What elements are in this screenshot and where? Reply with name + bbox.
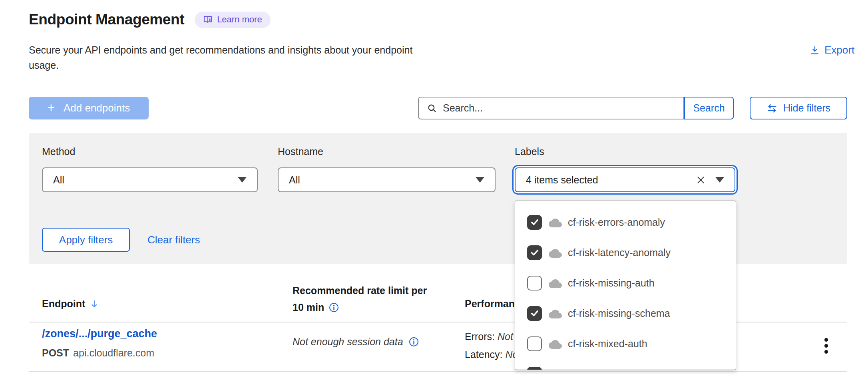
hostname-select-value: All	[289, 174, 300, 186]
apply-filters-button[interactable]: Apply filters	[42, 228, 130, 252]
page-title: Endpoint Management	[29, 11, 184, 28]
search-button[interactable]: Search	[684, 97, 734, 119]
label-cloud-icon	[549, 278, 562, 288]
label-option[interactable]: cf-risk-mixed-auth	[515, 328, 736, 359]
endpoint-link[interactable]: /zones/.../purge_cache	[42, 328, 157, 340]
info-icon[interactable]	[328, 302, 339, 313]
label-cloud-icon	[549, 308, 562, 318]
hostname-select[interactable]: All	[278, 167, 496, 192]
label-option-text: cf-risk-mixed-auth	[568, 338, 647, 350]
page-header: Endpoint Management Learn more	[29, 11, 271, 28]
label-option-text: cf-risk-missing-auth	[568, 277, 655, 289]
label-option[interactable]: cf-risk-missing-auth	[515, 268, 736, 298]
label-option-text: cf-risk-latency-anomaly	[568, 247, 671, 259]
label-cloud-icon	[549, 339, 562, 349]
rate-limit-header-line2: 10 min	[293, 299, 324, 316]
method-filter-label: Method	[42, 146, 75, 157]
rate-limit-value: Not enough session data	[293, 336, 403, 348]
search-field	[418, 97, 684, 119]
chevron-down-icon	[238, 177, 247, 183]
search-input[interactable]	[443, 102, 675, 114]
clear-selection-icon[interactable]	[696, 175, 706, 185]
learn-more-label: Learn more	[217, 14, 262, 25]
checkbox[interactable]	[527, 367, 542, 370]
label-option[interactable]: cf-risk-missing-schema	[515, 298, 736, 328]
download-icon	[810, 45, 820, 56]
label-cloud-icon	[549, 369, 562, 370]
labels-filter-label: Labels	[515, 146, 544, 157]
page-subtitle: Secure your API endpoints and get recomm…	[29, 42, 412, 73]
rate-limit-cell: Not enough session data	[293, 336, 419, 348]
row-actions-kebab-icon[interactable]	[823, 336, 830, 355]
checkbox[interactable]	[527, 276, 542, 290]
endpoint-method-host: POSTapi.cloudflare.com	[42, 347, 154, 359]
checkbox[interactable]	[527, 306, 542, 321]
method-select[interactable]: All	[42, 167, 258, 192]
label-option[interactable]: cf-risk-latency-anomaly	[515, 237, 736, 268]
checkbox[interactable]	[527, 336, 542, 351]
method-select-value: All	[53, 174, 64, 186]
hostname-filter-label: Hostname	[278, 146, 323, 157]
endpoint-hostname: api.cloudflare.com	[73, 347, 154, 358]
column-header-rate-limit: Recommended rate limit per 10 min	[293, 282, 427, 316]
endpoint-management-page: Endpoint Management Learn more Secure yo…	[0, 0, 868, 374]
add-endpoints-button[interactable]: + Add endpoints	[29, 97, 149, 119]
endpoint-header-label: Endpoint	[42, 298, 85, 310]
labels-select-value: 4 items selected	[526, 174, 598, 186]
hide-filters-button[interactable]: Hide filters	[750, 97, 847, 119]
label-option-text: cf-risk-errors-anomaly	[568, 217, 665, 228]
labels-dropdown-panel: cf-risk-errors-anomaly cf-risk-latency-a…	[515, 201, 736, 370]
labels-dropdown-list: cf-risk-errors-anomaly cf-risk-latency-a…	[515, 207, 736, 370]
info-icon[interactable]	[408, 336, 419, 347]
chevron-down-icon	[715, 177, 724, 183]
book-icon	[203, 15, 213, 24]
latency-label: Latency:	[465, 349, 503, 360]
errors-label: Errors:	[465, 331, 495, 342]
label-option-text: cf-risk-missing-schema	[568, 308, 670, 319]
column-header-endpoint[interactable]: Endpoint	[42, 298, 100, 310]
method-badge: POST	[42, 347, 69, 358]
labels-multiselect[interactable]: 4 items selected	[515, 167, 735, 192]
plus-icon: +	[48, 101, 55, 114]
export-button[interactable]: Export	[810, 44, 854, 56]
table-row-divider	[29, 371, 847, 372]
checkbox[interactable]	[527, 245, 542, 260]
search-icon	[427, 103, 437, 113]
hide-filters-label: Hide filters	[783, 102, 830, 114]
subtitle-line-2: usage.	[29, 58, 412, 73]
clear-filters-link[interactable]: Clear filters	[147, 234, 200, 246]
learn-more-link[interactable]: Learn more	[195, 12, 271, 28]
checkbox[interactable]	[527, 215, 542, 230]
sort-down-icon	[89, 299, 100, 309]
label-option[interactable]	[515, 359, 736, 370]
label-cloud-icon	[549, 217, 562, 227]
rate-limit-header-line1: Recommended rate limit per	[293, 282, 427, 299]
swap-arrows-icon	[766, 103, 778, 114]
subtitle-line-1: Secure your API endpoints and get recomm…	[29, 42, 412, 58]
label-option[interactable]: cf-risk-errors-anomaly	[515, 207, 736, 237]
export-label: Export	[824, 44, 854, 56]
label-cloud-icon	[549, 248, 562, 258]
add-endpoints-label: Add endpoints	[64, 102, 130, 114]
chevron-down-icon	[476, 177, 484, 183]
